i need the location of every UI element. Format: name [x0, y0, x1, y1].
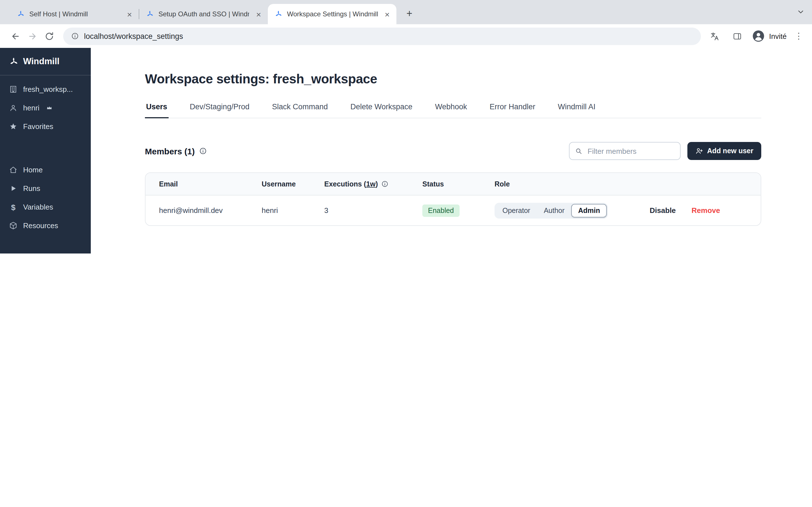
browser-menu-button[interactable]: ⋮: [792, 31, 805, 41]
screen: Self Host | Windmill × Setup OAuth and S…: [0, 0, 812, 253]
sidebar-item-label: Resources: [23, 221, 58, 230]
windmill-favicon: [274, 10, 283, 18]
toolbar-right: Invité ⋮: [707, 27, 805, 45]
settings-tabs: Users Dev/Staging/Prod Slack Command Del…: [145, 103, 761, 118]
workspace-selector-label: fresh_worksp...: [23, 85, 73, 94]
tab-slack-command[interactable]: Slack Command: [271, 103, 329, 118]
member-executions: 3: [324, 206, 422, 215]
sidebar-account-group: fresh_worksp... henri Favorites: [0, 75, 91, 140]
arrow-left-icon: [10, 31, 20, 41]
members-header-row: Members (1) Add new user: [145, 142, 761, 160]
tab-webhook[interactable]: Webhook: [434, 103, 468, 118]
role-operator-button[interactable]: Operator: [496, 204, 537, 217]
tab-close-icon[interactable]: ×: [382, 10, 392, 18]
browser-tab-oauth-sso[interactable]: Setup OAuth and SSO | Windm ×: [139, 4, 268, 24]
filter-members-input[interactable]: [569, 142, 680, 160]
member-role-toggle: Operator Author Admin: [495, 203, 608, 218]
browser-tab-strip: Self Host | Windmill × Setup OAuth and S…: [0, 0, 812, 24]
windmill-logo-icon: [9, 57, 18, 66]
members-heading: Members (1): [145, 146, 195, 156]
address-bar[interactable]: localhost/workspace_settings: [63, 27, 701, 45]
windmill-favicon: [146, 10, 154, 18]
sidebar-item-label: Home: [23, 166, 43, 174]
col-status: Status: [422, 180, 495, 188]
sidebar-item-home[interactable]: Home: [0, 161, 91, 179]
info-icon[interactable]: [381, 180, 389, 187]
tab-title: Workspace Settings | Windmill: [287, 10, 378, 18]
home-icon: [9, 166, 17, 174]
star-icon: [9, 122, 17, 131]
sidebar-item-label: Runs: [23, 184, 40, 193]
info-icon[interactable]: [199, 147, 207, 155]
cube-icon: [9, 221, 17, 230]
member-username: henri: [262, 206, 324, 215]
tab-delete-workspace[interactable]: Delete Workspace: [349, 103, 414, 118]
new-tab-button[interactable]: +: [402, 6, 417, 21]
members-table: Email Username Executions (1w) Status Ro…: [145, 172, 761, 226]
reload-button[interactable]: [41, 27, 57, 45]
sidebar-item-runs[interactable]: Runs: [0, 179, 91, 198]
browser-profile-button[interactable]: Invité: [752, 29, 786, 43]
member-email: henri@windmill.dev: [159, 206, 262, 215]
reload-icon: [44, 31, 54, 41]
col-username: Username: [262, 180, 324, 188]
tab-close-icon[interactable]: ×: [124, 10, 134, 18]
translate-icon: [710, 31, 720, 41]
role-author-button[interactable]: Author: [537, 204, 571, 217]
disable-button[interactable]: Disable: [650, 206, 676, 215]
sidebar-item-favorites[interactable]: Favorites: [0, 117, 91, 136]
site-info-icon[interactable]: [71, 32, 79, 40]
browser-toolbar: localhost/workspace_settings Invité ⋮: [0, 24, 812, 48]
tab-windmill-ai[interactable]: Windmill AI: [557, 103, 597, 118]
forward-button[interactable]: [24, 27, 41, 45]
crown-icon: [46, 105, 52, 111]
page-title: Workspace settings: fresh_workspace: [145, 71, 761, 87]
sidebar-item-resources[interactable]: Resources: [0, 216, 91, 235]
arrow-right-icon: [28, 31, 37, 41]
main-content: Workspace settings: fresh_workspace User…: [91, 48, 812, 253]
chevron-down-icon[interactable]: [796, 7, 805, 16]
avatar-icon: [752, 29, 765, 43]
browser-tab-self-host[interactable]: Self Host | Windmill ×: [10, 4, 139, 24]
favorites-label: Favorites: [23, 122, 53, 131]
col-email: Email: [159, 180, 262, 188]
tab-title: Setup OAuth and SSO | Windm: [158, 10, 249, 18]
user-plus-icon: [695, 147, 703, 155]
add-new-user-label: Add new user: [707, 147, 753, 155]
members-table-header: Email Username Executions (1w) Status Ro…: [146, 173, 761, 195]
col-executions: Executions (1w): [324, 180, 422, 188]
dollar-icon: $: [9, 203, 17, 212]
sidebar-item-label: Variables: [23, 203, 53, 211]
search-icon: [574, 147, 582, 155]
building-icon: [9, 85, 17, 94]
tab-dev-staging-prod[interactable]: Dev/Staging/Prod: [189, 103, 251, 118]
tab-title: Self Host | Windmill: [29, 10, 120, 18]
col-role: Role: [495, 180, 761, 188]
tab-error-handler[interactable]: Error Handler: [489, 103, 537, 118]
back-button[interactable]: [7, 27, 24, 45]
username-label: henri: [23, 104, 40, 112]
translate-button[interactable]: [707, 27, 723, 45]
role-admin-button[interactable]: Admin: [571, 204, 607, 217]
tab-close-icon[interactable]: ×: [254, 10, 263, 18]
sidebar-nav-primary: Home Runs $ Variables Resources: [0, 156, 91, 239]
sidebar-user-menu[interactable]: henri: [0, 99, 91, 117]
url-text: localhost/workspace_settings: [84, 32, 183, 40]
brand-name: Windmill: [23, 56, 59, 66]
remove-button[interactable]: Remove: [692, 206, 720, 215]
user-icon: [9, 104, 17, 112]
play-icon: [9, 184, 17, 193]
side-panel-button[interactable]: [729, 27, 746, 45]
profile-name: Invité: [769, 32, 786, 40]
workspace-selector[interactable]: fresh_worksp...: [0, 80, 91, 99]
side-panel-icon: [733, 31, 742, 41]
status-badge: Enabled: [422, 204, 460, 217]
sidebar: Windmill fresh_worksp... henri Favorites: [0, 48, 91, 253]
windmill-logo[interactable]: Windmill: [0, 48, 91, 75]
member-row: henri@windmill.dev henri 3 Enabled Opera…: [146, 195, 761, 225]
browser-tab-workspace-settings[interactable]: Workspace Settings | Windmill ×: [268, 4, 396, 24]
add-new-user-button[interactable]: Add new user: [688, 142, 761, 160]
tab-users[interactable]: Users: [145, 103, 168, 118]
sidebar-item-variables[interactable]: $ Variables: [0, 198, 91, 216]
windmill-favicon: [17, 10, 25, 18]
